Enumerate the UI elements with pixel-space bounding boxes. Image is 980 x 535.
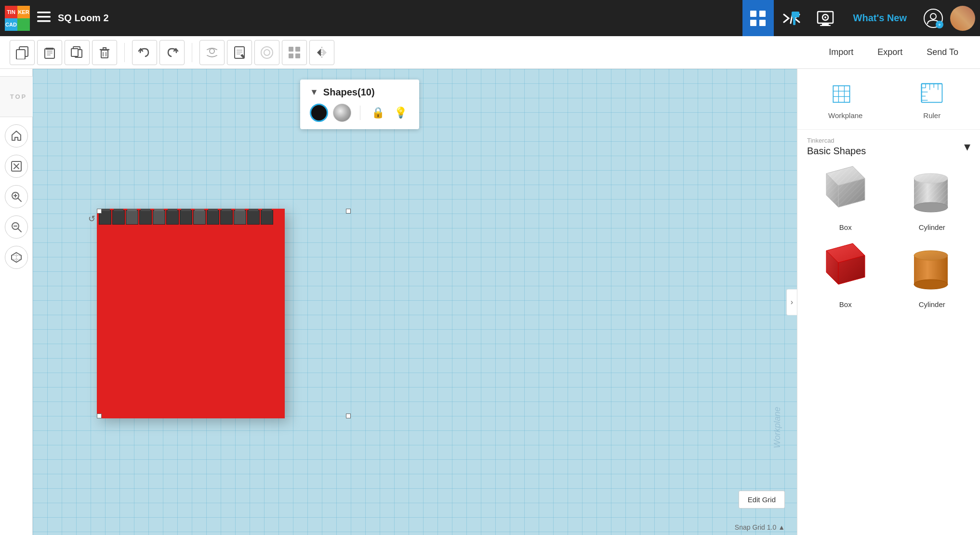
color-black-button[interactable] bbox=[310, 104, 328, 122]
svg-point-80 bbox=[914, 280, 948, 289]
export-button[interactable]: Export bbox=[865, 42, 914, 62]
top-nav: TIN KER CAD SQ Loom 2 bbox=[0, 0, 980, 36]
dark-block bbox=[180, 210, 192, 225]
svg-rect-20 bbox=[47, 53, 53, 54]
collapse-panel-arrow[interactable]: › bbox=[786, 289, 797, 315]
dark-block bbox=[234, 210, 246, 225]
align-button[interactable] bbox=[254, 40, 279, 65]
shape-item-box-gray[interactable]: Box bbox=[807, 164, 884, 231]
whats-new-link[interactable]: What's New bbox=[844, 13, 916, 24]
svg-rect-35 bbox=[295, 54, 300, 58]
import-button[interactable]: Import bbox=[817, 42, 865, 62]
home-view-button[interactable] bbox=[5, 124, 28, 147]
add-user-plus: + bbox=[936, 21, 943, 28]
paste-button[interactable] bbox=[37, 40, 62, 65]
workplane-label: Workplane bbox=[828, 111, 862, 120]
library-dropdown-arrow[interactable]: ▾ bbox=[964, 139, 970, 154]
light-icon[interactable]: 💡 bbox=[392, 104, 410, 121]
cylinder-orange-label: Cylinder bbox=[919, 300, 945, 308]
snap-grid-label[interactable]: Snap Grid 1.0 ▲ bbox=[735, 523, 785, 531]
red-box-shape[interactable] bbox=[97, 209, 285, 418]
toolbar: Import Export Send To bbox=[0, 36, 980, 69]
svg-rect-7 bbox=[792, 12, 799, 17]
shapes-title: Shapes(10) bbox=[323, 87, 375, 98]
perspective-view-button[interactable] bbox=[5, 246, 28, 269]
right-panel: Workplane bbox=[797, 69, 980, 535]
logo-last bbox=[17, 18, 30, 31]
svg-rect-6 bbox=[759, 20, 766, 26]
user-area[interactable]: + bbox=[919, 9, 948, 28]
svg-rect-2 bbox=[37, 20, 51, 22]
library-info: Tinkercad Basic Shapes bbox=[807, 137, 866, 157]
logo-cad: CAD bbox=[5, 18, 17, 31]
cylinder-orange-preview bbox=[901, 241, 963, 296]
box-red-label: Box bbox=[839, 300, 852, 308]
box-gray-preview bbox=[814, 164, 877, 219]
canvas-area[interactable]: ↺ bbox=[33, 69, 797, 535]
zoom-out-button[interactable] bbox=[5, 215, 28, 239]
fit-view-button[interactable] bbox=[5, 155, 28, 178]
project-title[interactable]: SQ Loom 2 bbox=[58, 13, 738, 24]
box-red-preview bbox=[814, 241, 877, 296]
svg-rect-19 bbox=[47, 51, 53, 52]
simulate-button[interactable] bbox=[810, 0, 841, 36]
codeblocks-button[interactable] bbox=[776, 0, 808, 36]
toolbar-separator-2 bbox=[192, 43, 192, 62]
box-gray-label: Box bbox=[839, 223, 852, 231]
svg-rect-21 bbox=[47, 54, 51, 55]
duplicate-button[interactable] bbox=[65, 40, 90, 65]
redo-button[interactable] bbox=[159, 40, 185, 65]
dark-block bbox=[126, 210, 138, 225]
color-gray-button[interactable] bbox=[333, 104, 351, 122]
shapes-library: Tinkercad Basic Shapes ▾ bbox=[797, 130, 980, 316]
send-to-button[interactable]: Send To bbox=[914, 42, 970, 62]
svg-point-81 bbox=[914, 251, 948, 260]
shapes-library-header: Tinkercad Basic Shapes ▾ bbox=[807, 137, 970, 157]
svg-point-14 bbox=[930, 13, 936, 19]
zoom-in-button[interactable] bbox=[5, 185, 28, 208]
handle-br[interactable] bbox=[346, 414, 351, 418]
shapes-grid: Box bbox=[807, 164, 970, 308]
ruler-button[interactable]: Ruler bbox=[894, 79, 971, 120]
handle-tr[interactable] bbox=[346, 209, 351, 214]
handle-tl[interactable] bbox=[97, 209, 102, 214]
library-source: Tinkercad bbox=[807, 137, 866, 144]
svg-point-75 bbox=[914, 174, 948, 183]
handle-bl[interactable] bbox=[97, 414, 102, 418]
dark-block bbox=[247, 210, 260, 225]
lock-icon[interactable]: 🔒 bbox=[369, 104, 387, 121]
svg-rect-32 bbox=[289, 47, 293, 52]
shape-item-box-red[interactable]: Box bbox=[807, 241, 884, 308]
library-name: Basic Shapes bbox=[807, 146, 866, 157]
snap-button[interactable] bbox=[282, 40, 307, 65]
shape-item-cylinder-orange[interactable]: Cylinder bbox=[894, 241, 971, 308]
delete-button[interactable] bbox=[92, 40, 117, 65]
svg-rect-10 bbox=[822, 23, 829, 25]
menu-icon[interactable] bbox=[35, 9, 53, 27]
shape-item-cylinder-gray[interactable]: Cylinder bbox=[894, 164, 971, 231]
edit-grid-button[interactable]: Edit Grid bbox=[739, 491, 785, 508]
undo-button[interactable] bbox=[132, 40, 157, 65]
user-icon: + bbox=[924, 9, 943, 28]
grid-view-button[interactable] bbox=[742, 0, 774, 36]
logo[interactable]: TIN KER CAD bbox=[5, 6, 30, 31]
svg-rect-5 bbox=[750, 20, 756, 26]
cylinder-gray-preview bbox=[901, 164, 963, 219]
visibility-button[interactable] bbox=[199, 40, 225, 65]
svg-rect-47 bbox=[833, 86, 849, 102]
rotation-handle[interactable]: ↺ bbox=[88, 214, 95, 224]
notes-button[interactable] bbox=[227, 40, 252, 65]
mirror-button[interactable] bbox=[309, 40, 334, 65]
toolbar-separator-1 bbox=[124, 43, 125, 62]
copy-button[interactable] bbox=[10, 40, 35, 65]
svg-point-13 bbox=[824, 16, 826, 18]
3d-object-group[interactable]: ↺ bbox=[88, 139, 353, 418]
workplane-button[interactable]: Workplane bbox=[807, 79, 884, 120]
toolbar-right: Import Export Send To bbox=[817, 42, 970, 62]
cylinder-gray-label: Cylinder bbox=[919, 223, 945, 231]
svg-point-31 bbox=[264, 50, 270, 55]
user-avatar[interactable] bbox=[950, 6, 975, 31]
workplane-label: Workplane bbox=[772, 407, 782, 448]
shapes-dropdown-arrow[interactable]: ▼ bbox=[310, 87, 318, 97]
left-panel: TOP bbox=[0, 69, 33, 535]
